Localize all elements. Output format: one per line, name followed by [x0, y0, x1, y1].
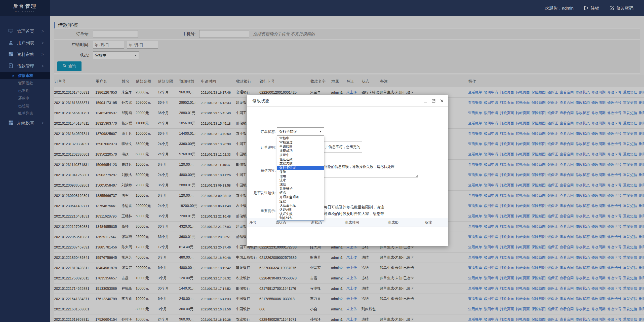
send-sms-label: 是否发送短信: — [247, 191, 276, 195]
chevron-down-icon: ▼ — [319, 130, 322, 133]
dropdown-option[interactable]: 流水 — [277, 178, 324, 183]
history-column-header: 生成时间 — [345, 218, 359, 227]
history-column-header: 生成ID — [388, 218, 398, 227]
history-column-header: 序号 — [249, 218, 256, 227]
sms-content-label: 短信内容: — [247, 168, 276, 173]
close-icon[interactable] — [440, 99, 444, 103]
important-note-line1: 每日可接受的短信数量被限制，请注 — [324, 205, 384, 210]
minimize-icon[interactable] — [423, 99, 427, 103]
status-dropdown: 审核中审核通过申请驳回提现成功提现中验证还款放款失败银行卡错误保险信用流水冻结系… — [277, 136, 324, 221]
modal-change-status: 修改状态 订单状态: 银行卡错误 ▼ 审核中审核通过申请驳回提现成功提现中验证还… — [247, 95, 448, 246]
history-column-header: 备注 — [425, 218, 432, 227]
dropdown-option[interactable]: 退款 — [277, 199, 324, 203]
dropdown-option[interactable]: 提现中 — [277, 153, 324, 157]
dropdown-option[interactable]: 冻结 — [277, 183, 324, 187]
important-note-label: 重要提示: — [247, 209, 276, 213]
dropdown-option[interactable]: 系统维护 — [277, 187, 324, 191]
dropdown-option[interactable]: 解冻 — [277, 191, 324, 195]
dropdown-option[interactable]: 到账钱包 — [277, 216, 324, 220]
dropdown-option[interactable]: 申请驳回 — [277, 145, 324, 149]
dropdown-option[interactable]: 审核中 — [277, 136, 324, 140]
dropdown-option[interactable]: 放款失败 — [277, 161, 324, 166]
dropdown-option[interactable]: 信用 — [277, 174, 324, 178]
order-status-value: 银行卡错误 — [279, 129, 297, 134]
dropdown-option[interactable]: 保险 — [277, 170, 324, 174]
modal-titlebar: 修改状态 — [247, 95, 448, 107]
dropdown-option[interactable]: 提现成功 — [277, 149, 324, 153]
order-status-select[interactable]: 银行卡错误 ▼ — [277, 127, 324, 136]
dropdown-option[interactable]: 验证还款 — [277, 157, 324, 161]
dropdown-option[interactable]: 认证超时 — [277, 208, 324, 212]
order-status-label: 订单状态: — [247, 130, 276, 134]
dropdown-option[interactable]: 认证失败 — [277, 212, 324, 216]
modal-title: 修改状态 — [247, 98, 269, 104]
dropdown-option[interactable]: 认证金不足 — [277, 203, 324, 208]
important-note-line2: 通道松的时候及时告知大家，给您带 — [324, 211, 384, 216]
restore-icon[interactable] — [431, 99, 436, 103]
modal-body: 订单状态: 银行卡错误 ▼ 审核中审核通过申请驳回提现成功提现中验证还款放款失败… — [247, 107, 448, 246]
dropdown-option[interactable]: 银行卡错误 — [277, 166, 324, 170]
dropdown-option[interactable]: 审核通过 — [277, 140, 324, 145]
dropdown-option[interactable]: 开通加急通道 — [277, 195, 324, 199]
order-desc-label: 订单说明: — [247, 145, 276, 150]
